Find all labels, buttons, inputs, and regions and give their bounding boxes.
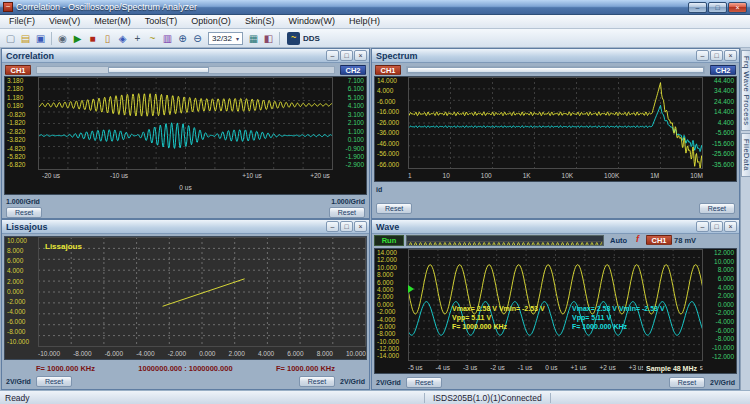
minimize-button[interactable]: – xyxy=(696,50,709,61)
toolbar-icon-waveform[interactable]: ~ xyxy=(145,31,160,46)
x-tick: -20 us xyxy=(42,172,60,179)
y-tick: 12.000 xyxy=(377,257,406,264)
trigger-level-marker[interactable] xyxy=(408,285,414,293)
x-axis-center-label: 0 us xyxy=(5,182,366,194)
spectrum-plot xyxy=(408,77,703,169)
y-tick: -12.000 xyxy=(705,354,734,361)
toolbar-icon-cursor[interactable]: + xyxy=(130,31,145,46)
toolbar-icon-auto-set[interactable]: ◈ xyxy=(115,31,130,46)
spectrum-titlebar[interactable]: Spectrum – □ × xyxy=(372,49,739,63)
toolbar-icon-save[interactable]: ▣ xyxy=(33,31,48,46)
menu-item-window[interactable]: Window(W) xyxy=(281,15,342,28)
x-tick: 0.000 xyxy=(199,350,215,357)
frequency-ratio: 1000000.000 : 1000000.000 xyxy=(138,364,232,373)
menu-item-file[interactable]: File(F) xyxy=(2,15,42,28)
y-tick: 0.000 xyxy=(7,289,36,296)
close-button[interactable]: × xyxy=(354,221,367,232)
reset-button-left[interactable]: Reset xyxy=(376,203,412,214)
y-tick: -66.000 xyxy=(377,162,406,169)
grid-scale-right: 2V/Grid xyxy=(710,379,735,386)
reset-button-right[interactable]: Reset xyxy=(329,207,365,218)
minimize-button[interactable]: – xyxy=(696,221,709,232)
toolbar-icon-new[interactable]: ▢ xyxy=(3,31,18,46)
minimize-button[interactable]: – xyxy=(326,50,339,61)
menu-item-meter[interactable]: Meter(M) xyxy=(87,15,138,28)
lissajous-titlebar[interactable]: Lissajous – □ × xyxy=(2,220,369,234)
trigger-source-badge[interactable]: CH1 xyxy=(646,235,672,245)
side-tab-frq-wave-process[interactable]: Frq Wave Process xyxy=(741,50,750,131)
scrollbar-thumb[interactable] xyxy=(407,67,704,73)
toolbar-icon-snapshot[interactable]: ◉ xyxy=(55,31,70,46)
x-tick: 1M xyxy=(650,172,659,179)
y-tick: 44.400 xyxy=(705,78,734,85)
side-tab-strip: Frq Wave ProcessFileData xyxy=(740,48,750,390)
ch2-badge[interactable]: CH2 xyxy=(710,65,736,75)
reset-button-right[interactable]: Reset xyxy=(299,376,335,387)
toolbar-icon-zoom-in[interactable]: ⊕ xyxy=(175,31,190,46)
y-tick: 3.100 xyxy=(335,112,364,119)
x-tick: 10K xyxy=(562,172,574,179)
reset-button-left[interactable]: Reset xyxy=(36,376,72,387)
toolbar-icon-grid[interactable]: ▦ xyxy=(246,31,261,46)
trigger-edge-icon[interactable]: f xyxy=(636,234,639,244)
frequency-right: F= 1000.000 KHz xyxy=(276,364,335,373)
toolbar-icon-spectrum[interactable]: ▥ xyxy=(160,31,175,46)
minimize-button[interactable]: – xyxy=(688,2,707,13)
horizontal-scrollbar[interactable] xyxy=(36,66,335,74)
ch1-badge[interactable]: CH1 xyxy=(375,65,401,75)
x-tick: -1 us xyxy=(518,364,532,371)
y-tick: 24.400 xyxy=(705,99,734,106)
minimize-button[interactable]: – xyxy=(326,221,339,232)
scrollbar-thumb[interactable] xyxy=(108,67,209,73)
maximize-button[interactable]: □ xyxy=(710,221,723,232)
close-button[interactable]: × xyxy=(724,50,737,61)
toolbar-icon-open[interactable]: ▤ xyxy=(18,31,33,46)
toolbar-icon-stop[interactable]: ■ xyxy=(85,31,100,46)
side-tab-filedata[interactable]: FileData xyxy=(741,133,750,177)
maximize-button[interactable]: □ xyxy=(708,2,727,13)
app-icon: ~ xyxy=(3,2,13,12)
x-tick: +1 us xyxy=(570,364,586,371)
close-button[interactable]: × xyxy=(728,2,747,13)
waveform-preview[interactable] xyxy=(406,235,604,246)
ch1-badge[interactable]: CH1 xyxy=(5,65,31,75)
toolbar-file-group: ▢▤▣ xyxy=(3,31,48,46)
maximize-button[interactable]: □ xyxy=(340,50,353,61)
toolbar-icon-measure[interactable]: ◧ xyxy=(261,31,276,46)
menu-item-tools[interactable]: Tools(T) xyxy=(138,15,185,28)
fft-size-combo[interactable]: 32/32 ▾ xyxy=(208,32,243,45)
menu-item-view[interactable]: View(V) xyxy=(42,15,87,28)
reset-button-right[interactable]: Reset xyxy=(699,203,735,214)
toolbar-icon-single[interactable]: ▯ xyxy=(100,31,115,46)
maximize-button[interactable]: □ xyxy=(710,50,723,61)
titlebar[interactable]: ~ Correlation - Oscilloscope/Spectrum An… xyxy=(0,0,750,15)
toolbar-icon-zoom-out[interactable]: ⊖ xyxy=(190,31,205,46)
dds-button[interactable]: ~ DDS xyxy=(287,32,320,45)
grid-scale-left: 1.000/Grid xyxy=(6,198,40,205)
wave-titlebar[interactable]: Wave – □ × xyxy=(372,220,739,234)
menu-item-skin[interactable]: Skin(S) xyxy=(238,15,282,28)
close-button[interactable]: × xyxy=(724,221,737,232)
reset-button-left[interactable]: Reset xyxy=(6,207,42,218)
sample-rate-label: Sample 48 MHz xyxy=(643,365,700,372)
close-button[interactable]: × xyxy=(354,50,367,61)
status-bar: Ready ISDS205B(1.0)(1)Connected xyxy=(0,390,750,404)
y-tick: 34.400 xyxy=(705,88,734,95)
horizontal-scrollbar[interactable] xyxy=(406,66,705,74)
reset-button-left[interactable]: Reset xyxy=(406,377,442,388)
y-tick: 3.180 xyxy=(7,78,36,85)
menu-item-option[interactable]: Option(O) xyxy=(184,15,238,28)
run-indicator[interactable]: Run xyxy=(374,235,404,246)
y-tick: 2.100 xyxy=(335,120,364,127)
y-axis-right: 44.40034.40024.40014.4004.400-5.600-15.6… xyxy=(703,77,736,169)
toolbar-icon-run[interactable]: ▶ xyxy=(70,31,85,46)
maximize-button[interactable]: □ xyxy=(340,221,353,232)
y-tick: 4.100 xyxy=(335,103,364,110)
x-tick: 100K xyxy=(604,172,619,179)
reset-button-right[interactable]: Reset xyxy=(669,377,705,388)
y-tick: 4.000 xyxy=(705,285,734,292)
correlation-titlebar[interactable]: Correlation – □ × xyxy=(2,49,369,63)
menu-item-help[interactable]: Help(H) xyxy=(342,15,387,28)
y-tick: 4.000 xyxy=(377,88,406,95)
ch2-badge[interactable]: CH2 xyxy=(340,65,366,75)
